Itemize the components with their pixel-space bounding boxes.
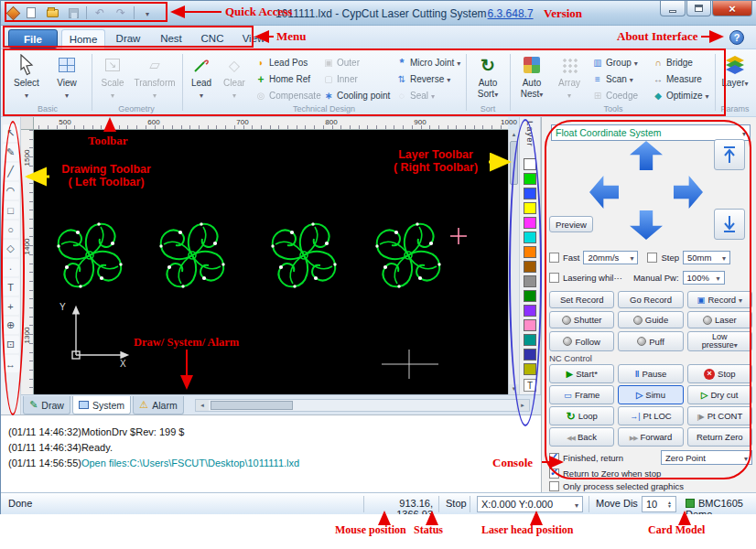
jog-right-button[interactable] — [674, 176, 703, 209]
spinner-icon[interactable]: ▲▼ — [667, 501, 672, 508]
center-mark-tool-icon[interactable]: + — [3, 297, 19, 315]
clear-button[interactable]: Clear — [219, 53, 250, 104]
layer-color-swatch[interactable] — [524, 261, 536, 273]
rect-tool-icon[interactable]: □ — [3, 201, 19, 219]
lasering-checkbox[interactable] — [549, 273, 559, 283]
scan-button[interactable]: Scan — [592, 72, 633, 86]
layer-color-swatch[interactable] — [524, 158, 536, 170]
zero-point-select[interactable]: Zero Point — [661, 450, 752, 465]
record-button[interactable]: Record — [687, 291, 752, 308]
scroll-left-icon[interactable]: ◄ — [196, 400, 209, 411]
cooling-point-button[interactable]: Cooling point — [323, 89, 390, 102]
lead-pos-button[interactable]: Lead Pos — [255, 56, 308, 70]
tab-nest[interactable]: Nest — [151, 29, 191, 48]
view-button[interactable]: View — [49, 53, 85, 104]
array-button[interactable]: Array — [552, 53, 587, 104]
opened-file-link[interactable]: Open files:C:\Users\FSCUT\Desktop\101111… — [81, 458, 299, 468]
tab-view[interactable]: View — [233, 29, 274, 48]
frame-button[interactable]: Frame — [549, 385, 614, 404]
measure-button[interactable]: Measure — [653, 72, 702, 86]
tab-home[interactable]: Home — [61, 29, 105, 48]
scale-button[interactable]: ↘ Scale — [96, 53, 129, 104]
draw-tool-icon[interactable]: ✎ — [3, 144, 19, 161]
shutter-button[interactable]: Shutter — [549, 311, 614, 328]
polygon-tool-icon[interactable]: ◇ — [3, 240, 19, 257]
group-button[interactable]: Group — [592, 56, 638, 70]
bridge-button[interactable]: Bridge — [653, 56, 693, 70]
layer-color-swatch[interactable] — [524, 246, 536, 258]
layer-color-swatch[interactable] — [524, 349, 536, 361]
auto-sort-button[interactable]: Auto Sort — [470, 53, 506, 104]
scroll-right-icon[interactable]: ► — [516, 400, 529, 411]
follow-button[interactable]: Follow — [549, 331, 614, 351]
layer-color-swatch[interactable] — [524, 231, 536, 243]
scroll-up-icon[interactable]: ▲ — [509, 130, 519, 140]
forward-button[interactable]: Forward — [618, 427, 683, 447]
jog-up-button[interactable] — [630, 141, 663, 170]
save-button[interactable] — [65, 5, 81, 20]
back-button[interactable]: Back — [549, 427, 614, 447]
auto-nest-button[interactable]: Auto Nest — [513, 53, 550, 104]
new-file-button[interactable] — [23, 5, 39, 20]
finished-return-checkbox[interactable] — [549, 453, 559, 463]
layer-button[interactable]: Layer — [717, 53, 753, 104]
undo-button[interactable] — [92, 5, 108, 20]
layer-color-swatch[interactable] — [524, 363, 536, 375]
laser-button[interactable]: Laser — [687, 311, 752, 328]
seal-button[interactable]: Seal — [396, 89, 435, 102]
lead-button[interactable]: Lead — [186, 53, 217, 104]
point-tool-icon[interactable]: ∙ — [3, 259, 19, 276]
layer-color-swatch[interactable] — [524, 188, 536, 199]
coedge-button[interactable]: Coedge — [592, 89, 638, 102]
layer-color-swatch[interactable] — [524, 217, 536, 229]
tab-system-panel[interactable]: System — [72, 396, 131, 414]
simu-button[interactable]: Simu — [618, 385, 683, 404]
tab-draw-panel[interactable]: Draw — [23, 396, 70, 414]
tab-alarm-panel[interactable]: Alarm — [133, 396, 184, 414]
pt-cont-button[interactable]: Pt CONT — [687, 406, 752, 425]
return-zero-button[interactable]: Return Zero — [687, 427, 752, 447]
minimize-button[interactable] — [660, 1, 686, 16]
loop-button[interactable]: Loop — [549, 406, 614, 425]
zoom-window-tool-icon[interactable]: ⊡ — [3, 336, 19, 353]
puff-button[interactable]: Puff — [618, 331, 683, 351]
low-pressure-button[interactable]: Lowpressure — [687, 331, 752, 351]
redo-button[interactable] — [113, 5, 129, 20]
select-tool-icon[interactable]: ↖ — [3, 124, 19, 142]
pause-button[interactable]: Pause — [618, 364, 683, 383]
reverse-button[interactable]: Reverse — [396, 72, 450, 86]
tab-draw[interactable]: Draw — [107, 29, 149, 48]
drawing-canvas[interactable]: Y X — [34, 130, 508, 394]
start-button[interactable]: Start* — [549, 364, 614, 383]
home-ref-button[interactable]: Home Ref — [255, 72, 310, 86]
arc-tool-icon[interactable]: ◠ — [3, 182, 19, 199]
set-record-button[interactable]: Set Record — [549, 291, 614, 308]
circle-tool-icon[interactable]: ○ — [3, 221, 19, 238]
outer-button[interactable]: Outer — [323, 56, 360, 70]
select-button[interactable]: Select — [8, 53, 45, 104]
pt-loc-button[interactable]: Pt LOC — [618, 406, 683, 425]
laser-head-position-select[interactable]: X:0.000 Y:0.000 — [477, 496, 583, 512]
scrollbar-thumb[interactable] — [211, 401, 293, 410]
inner-button[interactable]: Inner — [323, 72, 358, 86]
dry-cut-button[interactable]: Dry cut — [687, 385, 752, 404]
preview-button[interactable]: Preview — [549, 216, 593, 232]
fast-speed-select[interactable]: 20mm/s — [583, 251, 638, 264]
layer-color-swatch[interactable] — [524, 202, 536, 214]
canvas-horizontal-scrollbar[interactable]: ◄ ► — [195, 399, 530, 412]
jog-left-button[interactable] — [589, 176, 619, 209]
micro-joint-button[interactable]: Micro Joint — [396, 56, 460, 70]
optimize-button[interactable]: Optimize — [653, 89, 708, 102]
text-tool-icon[interactable]: T — [3, 278, 19, 296]
layer-color-swatch[interactable] — [524, 290, 536, 302]
canvas-vertical-scrollbar[interactable]: ▲ ▼ — [508, 130, 519, 394]
layer-color-swatch[interactable] — [524, 319, 536, 331]
tab-cnc[interactable]: CNC — [193, 29, 232, 48]
open-file-button[interactable] — [44, 5, 60, 20]
tab-file[interactable]: File — [8, 29, 58, 48]
move-dis-input[interactable]: 10▲▼ — [642, 496, 676, 512]
fast-checkbox[interactable] — [549, 253, 559, 263]
go-record-button[interactable]: Go Record — [618, 291, 683, 308]
layer-color-swatch[interactable] — [524, 275, 536, 287]
zoom-in-tool-icon[interactable]: ⊕ — [3, 317, 19, 334]
